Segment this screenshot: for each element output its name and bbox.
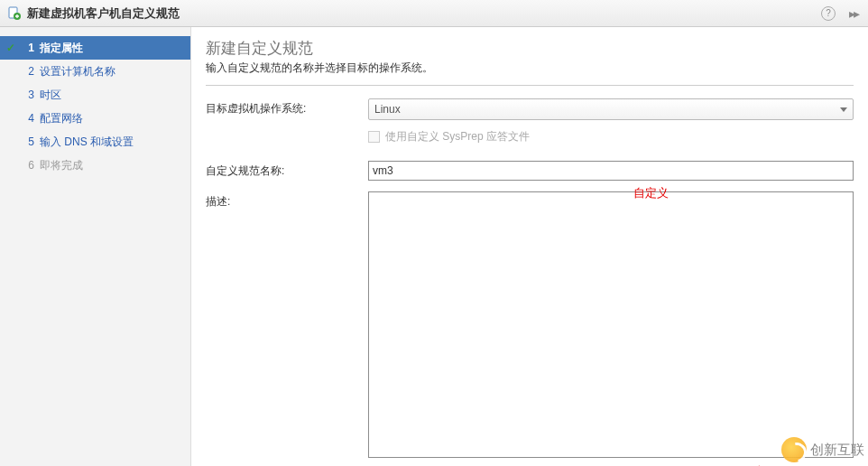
help-icon[interactable]: ?	[821, 6, 836, 21]
step-number: 1	[22, 42, 34, 54]
chevron-down-icon	[840, 107, 847, 112]
wizard-steps-sidebar: ✓ 1 指定属性 ✓ 2 设置计算机名称 ✓ 3 时区 ✓ 4 配置网络 ✓ 5…	[0, 27, 191, 466]
window-title: 新建虚拟机客户机自定义规范	[27, 5, 816, 22]
step-label: 时区	[38, 88, 61, 103]
sysprep-label: 使用自定义 SysPrep 应答文件	[385, 129, 530, 144]
sysprep-checkbox-row: 使用自定义 SysPrep 应答文件	[368, 129, 854, 144]
description-label: 描述:	[206, 191, 359, 210]
step-label: 即将完成	[38, 158, 83, 173]
description-textarea[interactable]	[368, 191, 854, 458]
step-specify-properties[interactable]: ✓ 1 指定属性	[0, 36, 190, 60]
step-label: 指定属性	[38, 41, 83, 56]
watermark: 创新互联	[781, 437, 864, 462]
spec-name-input[interactable]	[368, 161, 854, 181]
titlebar: 新建虚拟机客户机自定义规范 ? ▸▸	[0, 0, 868, 27]
step-label: 配置网络	[38, 111, 83, 126]
step-computer-name[interactable]: ✓ 2 设置计算机名称	[0, 60, 190, 83]
panel-title: 新建自定义规范	[206, 38, 854, 59]
step-number: 6	[22, 159, 34, 172]
new-spec-icon	[7, 6, 22, 21]
panel-subtitle: 输入自定义规范的名称并选择目标的操作系统。	[206, 61, 854, 86]
step-number: 4	[22, 112, 34, 125]
step-dns[interactable]: ✓ 5 输入 DNS 和域设置	[0, 130, 190, 154]
step-finish: ✓ 6 即将完成	[0, 154, 190, 177]
expand-icon[interactable]: ▸▸	[846, 6, 861, 21]
os-label: 目标虚拟机操作系统:	[206, 98, 359, 116]
step-label: 输入 DNS 和域设置	[38, 135, 134, 150]
main-panel: 新建自定义规范 输入自定义规范的名称并选择目标的操作系统。 目标虚拟机操作系统:…	[191, 27, 868, 466]
spec-name-label: 自定义规范名称:	[206, 161, 359, 179]
sysprep-checkbox	[368, 131, 380, 143]
step-label: 设置计算机名称	[38, 64, 115, 79]
watermark-text: 创新互联	[810, 442, 864, 459]
check-icon: ✓	[4, 42, 18, 54]
step-number: 3	[22, 89, 34, 101]
step-timezone[interactable]: ✓ 3 时区	[0, 83, 190, 107]
os-select[interactable]: Linux	[368, 98, 854, 120]
watermark-logo-icon	[781, 437, 807, 462]
step-network[interactable]: ✓ 4 配置网络	[0, 107, 190, 130]
step-number: 2	[22, 65, 34, 78]
os-select-value: Linux	[374, 103, 840, 116]
step-number: 5	[22, 135, 34, 148]
